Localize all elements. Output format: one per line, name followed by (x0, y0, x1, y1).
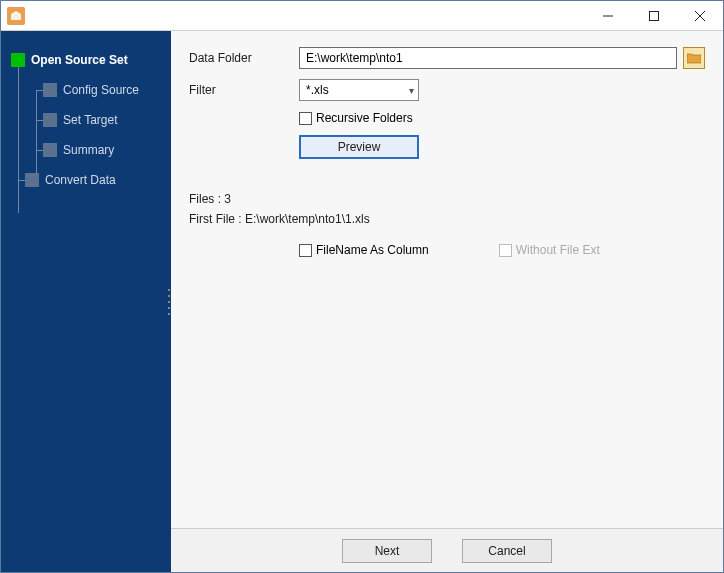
filename-as-column-checkbox[interactable]: FileName As Column (299, 243, 429, 257)
step-box-icon (11, 53, 25, 67)
step-box-icon (43, 143, 57, 157)
close-button[interactable] (677, 1, 723, 31)
folder-icon (687, 52, 701, 64)
main-panel: Data Folder Filter *.xls ▾ Recursive Fol… (171, 31, 723, 572)
step-box-icon (43, 113, 57, 127)
minimize-button[interactable] (585, 1, 631, 31)
maximize-button[interactable] (631, 1, 677, 31)
cancel-button[interactable]: Cancel (462, 539, 552, 563)
splitter-grip[interactable] (168, 287, 171, 317)
titlebar (1, 1, 723, 31)
wizard-sidebar: Open Source Set Config Source Set Target… (1, 31, 171, 572)
sidebar-item-summary[interactable]: Summary (1, 135, 171, 165)
svg-rect-1 (650, 11, 659, 20)
sidebar-item-label: Convert Data (45, 173, 116, 187)
checkbox-icon (499, 244, 512, 257)
recursive-folders-checkbox[interactable]: Recursive Folders (299, 111, 413, 125)
chevron-down-icon: ▾ (409, 85, 414, 96)
sidebar-item-config-source[interactable]: Config Source (1, 75, 171, 105)
sidebar-item-label: Set Target (63, 113, 117, 127)
recursive-folders-label: Recursive Folders (316, 111, 413, 125)
sidebar-item-label: Config Source (63, 83, 139, 97)
first-file-label: First File : E:\work\temp\nto1\1.xls (189, 209, 705, 229)
footer: Next Cancel (171, 528, 723, 572)
filename-as-column-label: FileName As Column (316, 243, 429, 257)
app-icon (7, 7, 25, 25)
filter-label: Filter (189, 83, 299, 97)
preview-button[interactable]: Preview (299, 135, 419, 159)
sidebar-item-label: Summary (63, 143, 114, 157)
next-button[interactable]: Next (342, 539, 432, 563)
browse-folder-button[interactable] (683, 47, 705, 69)
sidebar-item-open-source[interactable]: Open Source Set (1, 45, 171, 75)
checkbox-icon (299, 244, 312, 257)
files-count-label: Files : 3 (189, 189, 705, 209)
step-box-icon (43, 83, 57, 97)
sidebar-item-convert-data[interactable]: Convert Data (1, 165, 171, 195)
data-folder-input[interactable] (299, 47, 677, 69)
window-controls (585, 1, 723, 31)
filter-combo-value: *.xls (306, 83, 329, 97)
data-folder-label: Data Folder (189, 51, 299, 65)
sidebar-item-label: Open Source Set (31, 53, 128, 67)
without-file-ext-checkbox: Without File Ext (499, 243, 600, 257)
checkbox-icon (299, 112, 312, 125)
without-file-ext-label: Without File Ext (516, 243, 600, 257)
sidebar-item-set-target[interactable]: Set Target (1, 105, 171, 135)
filter-combo[interactable]: *.xls ▾ (299, 79, 419, 101)
step-box-icon (25, 173, 39, 187)
